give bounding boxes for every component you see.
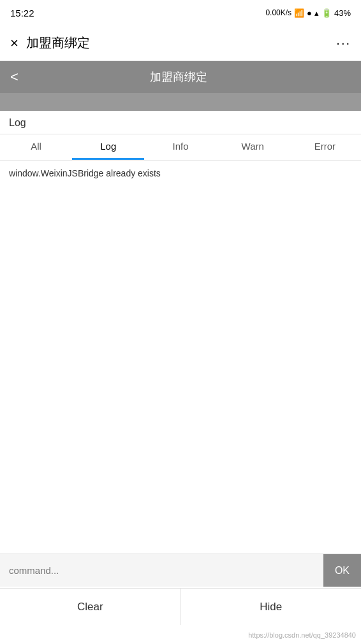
tab-all[interactable]: All xyxy=(0,134,72,160)
tab-info[interactable]: Info xyxy=(144,134,216,160)
signal-icon: ● xyxy=(307,8,312,18)
webview-title: 加盟商绑定 xyxy=(26,69,332,85)
app-bar-left: × 加盟商绑定 xyxy=(10,34,90,52)
tab-log[interactable]: Log xyxy=(72,134,144,160)
status-time: 15:22 xyxy=(10,8,34,18)
watermark: https://blog.csdn.net/qq_39234840 xyxy=(248,631,356,639)
battery-icon: 🔋 xyxy=(321,8,332,18)
log-panel: Log All Log Info Warn Error window.Weixi… xyxy=(0,111,361,492)
status-bar: 15:22 0.00K/s 📶 ● ▴ 🔋 43% xyxy=(0,0,361,25)
log-entry: window.WeixinJSBridge already exists xyxy=(9,167,352,180)
status-icons: 0.00K/s 📶 ● ▴ 🔋 43% xyxy=(265,8,351,18)
command-bar: OK xyxy=(0,554,361,587)
bluetooth-icon: 📶 xyxy=(294,8,304,18)
ok-button[interactable]: OK xyxy=(323,554,361,587)
tab-error[interactable]: Error xyxy=(289,134,361,160)
app-bar-title: 加盟商绑定 xyxy=(26,34,90,52)
network-speed: 0.00K/s xyxy=(265,8,291,17)
wifi-icon: ▴ xyxy=(314,8,319,18)
more-icon[interactable]: ··· xyxy=(336,36,351,50)
command-input[interactable] xyxy=(0,554,323,587)
tab-warn[interactable]: Warn xyxy=(217,134,289,160)
clear-button[interactable]: Clear xyxy=(0,589,181,625)
back-icon[interactable]: < xyxy=(10,69,18,85)
app-bar: × 加盟商绑定 ··· xyxy=(0,25,361,61)
battery-percent: 43% xyxy=(334,8,351,18)
log-content: window.WeixinJSBridge already exists xyxy=(0,161,361,492)
log-label: Log xyxy=(0,111,361,134)
webview-header: < 加盟商绑定 xyxy=(0,61,361,93)
bottom-buttons: Clear Hide xyxy=(0,588,361,625)
close-icon[interactable]: × xyxy=(10,35,18,52)
hide-button[interactable]: Hide xyxy=(181,589,362,625)
gray-bar xyxy=(0,93,361,111)
tabs-bar: All Log Info Warn Error xyxy=(0,134,361,161)
